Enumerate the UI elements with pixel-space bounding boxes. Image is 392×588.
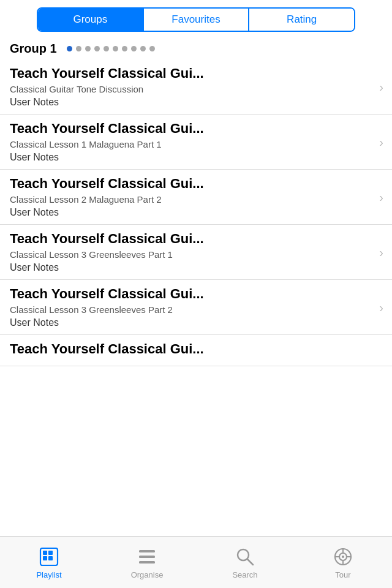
item-subtitle: Classical Lesson 3 Greensleeves Part 1 <box>10 249 382 260</box>
item-title: Teach Yourself Classical Gui... <box>10 66 382 81</box>
tab-search-label: Search <box>232 570 257 579</box>
dot-6 <box>113 46 118 51</box>
dot-3 <box>85 46 91 51</box>
tab-search[interactable]: Search <box>196 537 294 588</box>
item-title: Teach Yourself Classical Gui... <box>10 341 382 357</box>
svg-rect-6 <box>139 556 155 558</box>
svg-rect-2 <box>43 556 47 560</box>
dot-10 <box>149 46 155 51</box>
item-subtitle: Classical Lesson 1 Malaguena Part 1 <box>10 139 382 149</box>
list-item[interactable]: Teach Yourself Classical Gui... <box>0 335 392 366</box>
svg-point-12 <box>342 556 344 558</box>
chevron-icon: › <box>379 300 383 314</box>
tab-organise-label: Organise <box>131 570 164 579</box>
tab-bar: Playlist Organise Search <box>0 536 392 588</box>
tab-favourites[interactable]: Favourites <box>144 9 250 31</box>
chevron-icon: › <box>379 135 383 149</box>
playlist-icon <box>38 546 60 568</box>
dot-5 <box>104 46 109 51</box>
tab-playlist-label: Playlist <box>36 570 61 579</box>
tab-tour-label: Tour <box>335 570 350 579</box>
dot-2 <box>76 46 81 51</box>
tour-icon <box>332 546 354 568</box>
svg-rect-3 <box>48 551 53 555</box>
item-title: Teach Yourself Classical Gui... <box>10 231 382 247</box>
chevron-icon: › <box>379 245 383 259</box>
item-notes: User Notes <box>10 262 382 273</box>
dot-8 <box>131 46 137 51</box>
svg-line-9 <box>247 559 253 565</box>
list-item[interactable]: Teach Yourself Classical Gui... Classica… <box>0 225 392 280</box>
item-subtitle: Classical Lesson 2 Malaguena Part 2 <box>10 194 382 205</box>
organise-icon <box>136 546 158 568</box>
list-item[interactable]: Teach Yourself Classical Gui... Classica… <box>0 115 392 170</box>
svg-rect-7 <box>139 561 155 564</box>
dot-9 <box>140 46 146 51</box>
items-list: Teach Yourself Classical Gui... Classica… <box>0 59 392 532</box>
item-subtitle: Classical Guitar Tone Discussion <box>10 84 382 94</box>
list-item[interactable]: Teach Yourself Classical Gui... Classica… <box>0 170 392 225</box>
tab-groups[interactable]: Groups <box>38 9 144 31</box>
svg-rect-5 <box>139 550 155 552</box>
chevron-icon: › <box>379 80 383 94</box>
tab-tour[interactable]: Tour <box>294 537 392 588</box>
group-title: Group 1 <box>10 42 57 56</box>
item-title: Teach Yourself Classical Gui... <box>10 286 382 302</box>
item-notes: User Notes <box>10 152 382 163</box>
svg-rect-4 <box>48 556 53 560</box>
segmented-control[interactable]: Groups Favourites Rating <box>37 7 355 32</box>
tab-rating[interactable]: Rating <box>249 9 354 31</box>
dot-1 <box>67 46 72 51</box>
list-item[interactable]: Teach Yourself Classical Gui... Classica… <box>0 280 392 335</box>
item-title: Teach Yourself Classical Gui... <box>10 176 382 192</box>
search-icon <box>234 546 256 568</box>
list-item[interactable]: Teach Yourself Classical Gui... Classica… <box>0 59 392 115</box>
dot-7 <box>122 46 127 51</box>
group-header: Group 1 <box>0 37 392 59</box>
tab-organise[interactable]: Organise <box>98 537 196 588</box>
item-notes: User Notes <box>10 207 382 218</box>
dot-4 <box>94 46 100 51</box>
tab-playlist[interactable]: Playlist <box>0 537 98 588</box>
item-subtitle: Classical Lesson 3 Greensleeves Part 2 <box>10 304 382 315</box>
item-title: Teach Yourself Classical Gui... <box>10 121 382 137</box>
item-notes: User Notes <box>10 97 382 108</box>
item-notes: User Notes <box>10 317 382 328</box>
page-dots <box>67 46 155 51</box>
chevron-icon: › <box>379 190 383 204</box>
svg-rect-1 <box>43 551 47 555</box>
